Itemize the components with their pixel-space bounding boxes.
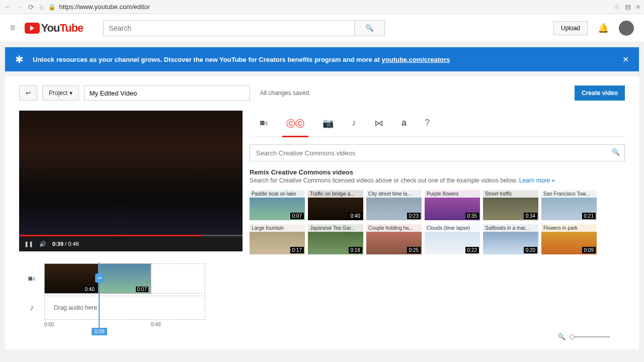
pause-icon[interactable]: ❚❚	[24, 241, 33, 247]
save-status: All changes saved.	[260, 89, 311, 97]
search-button[interactable]: 🔍	[355, 20, 385, 36]
audio-track-icon: ♪	[19, 303, 44, 312]
guide-menu-icon[interactable]: ≡	[10, 23, 16, 33]
tab-text[interactable]: a	[399, 113, 409, 137]
video-track[interactable]: 0:39 ✂ 0:400:07	[44, 263, 208, 294]
bell-icon[interactable]: 🔔	[598, 23, 609, 34]
url-text: https://www.youtube.com/editor	[59, 3, 150, 11]
cc-heading: Remix Creative Commons videos	[250, 168, 625, 176]
video-track-icon: ■‹	[19, 274, 44, 283]
browser-back[interactable]: ←	[4, 3, 11, 11]
zoom-slider[interactable]	[570, 336, 610, 337]
thumb[interactable]: Street traffic0:34	[483, 190, 538, 220]
hamburger-icon[interactable]: ≡	[636, 3, 640, 11]
close-icon[interactable]: ✕	[622, 55, 629, 64]
volume-icon[interactable]: 🔊	[39, 241, 46, 247]
timeline-clip[interactable]: 0:07	[99, 263, 151, 294]
tab-photos[interactable]: 📷	[320, 113, 336, 137]
timeline-clip[interactable]: 0:40	[44, 263, 99, 294]
playhead[interactable]: 0:39	[99, 262, 100, 331]
thumb[interactable]: Clouds (time lapse)0:22	[425, 224, 480, 254]
browser-home[interactable]: ⌂	[39, 3, 43, 11]
star-icon: ✱	[15, 53, 24, 65]
thumb[interactable]: San Francisco Tow...0:21	[541, 190, 597, 220]
browser-forward[interactable]: →	[16, 3, 23, 11]
thumb[interactable]: Large fountain0:17	[250, 224, 305, 254]
project-back-button[interactable]: ↩	[19, 85, 37, 101]
cc-search-input[interactable]	[250, 144, 625, 161]
lock-icon: 🔒	[48, 4, 56, 11]
audio-track[interactable]: Drag audio here	[44, 296, 208, 320]
project-title-input[interactable]	[84, 85, 250, 101]
learn-more-link[interactable]: Learn more »	[519, 177, 555, 184]
avatar[interactable]	[619, 21, 634, 36]
thumb[interactable]: City street time la...0:23	[366, 190, 422, 220]
audio-drop-zone[interactable]: Drag audio here	[44, 296, 205, 320]
menu-icon[interactable]: ▤	[625, 3, 631, 11]
thumb[interactable]: Couple holding ha...0:25	[366, 224, 422, 254]
thumb[interactable]: Sailboats in a mar...0:20	[483, 224, 538, 254]
info-banner: ✱ Unlock resources as your channel grows…	[5, 47, 639, 71]
star-icon[interactable]: ☆	[614, 3, 620, 11]
search-icon[interactable]: 🔍	[612, 148, 620, 156]
thumb[interactable]: Paddle boat on lake0:07	[250, 190, 305, 220]
thumb[interactable]: Traffic on bridge a...0:40	[308, 190, 363, 220]
thumb[interactable]: Flowers in park0:09	[541, 224, 597, 254]
create-video-button[interactable]: Create video	[575, 85, 625, 101]
cut-handle[interactable]: ✂	[95, 274, 104, 283]
video-preview[interactable]	[19, 111, 243, 236]
thumb[interactable]: Purple flowers0:35	[425, 190, 480, 220]
zoom-icon: 🔍	[557, 333, 566, 340]
project-dropdown[interactable]: Project ▾	[42, 85, 79, 101]
browser-reload[interactable]: ⟳	[28, 3, 34, 11]
banner-link[interactable]: youtube.com/creators	[382, 56, 450, 63]
upload-button[interactable]: Upload	[553, 21, 588, 35]
tab-audio[interactable]: ♪	[350, 113, 358, 137]
video-drop-zone[interactable]	[151, 263, 205, 294]
youtube-logo[interactable]: YouTube	[25, 22, 84, 35]
search-input[interactable]	[103, 20, 355, 36]
tab-help[interactable]: ?	[423, 113, 432, 137]
thumb[interactable]: Japanese Tea Gar...0:18	[308, 224, 363, 254]
tab-videos[interactable]: ■‹	[258, 113, 270, 137]
tab-cc[interactable]: ⓒⓒ	[284, 113, 306, 137]
tab-transitions[interactable]: ⋈	[372, 113, 385, 137]
